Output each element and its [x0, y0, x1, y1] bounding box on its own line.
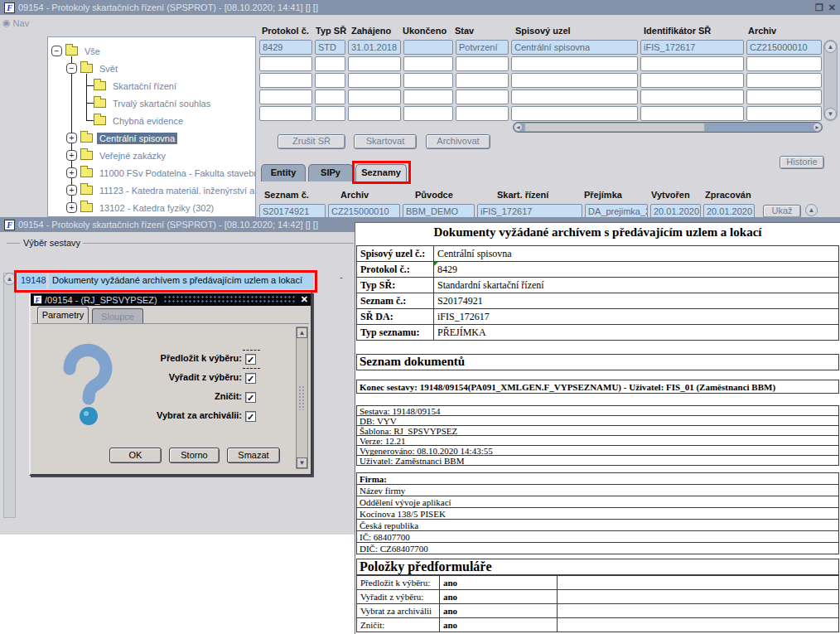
empty-field[interactable] — [315, 90, 345, 104]
empty-field[interactable] — [746, 56, 822, 71]
scroll-up-icon[interactable]: ▲ — [824, 41, 837, 53]
ok-button[interactable]: OK — [109, 448, 162, 463]
close-icon[interactable]: ✕ — [828, 2, 836, 13]
empty-field[interactable] — [746, 73, 822, 88]
identifikator-field[interactable]: iFIS_172617 — [640, 40, 744, 55]
empty-field[interactable] — [456, 73, 509, 88]
tab-sloupce[interactable]: Sloupce — [92, 308, 143, 323]
empty-field[interactable] — [456, 106, 509, 121]
empty-field[interactable] — [348, 73, 401, 88]
expand-icon[interactable]: + — [66, 167, 77, 178]
dialog-vscrollbar[interactable]: ▲ ▼ — [296, 327, 308, 469]
tab-seznamy[interactable]: Seznamy — [355, 164, 407, 181]
ukaz-button[interactable]: Ukaž — [763, 205, 801, 218]
empty-field[interactable] — [348, 56, 401, 71]
folder-icon — [94, 99, 106, 108]
checkbox-row-vyradit: Vyřadit z výběru:✓ — [80, 372, 256, 384]
tree-item-skartacni-rizeni[interactable]: Skartační řízení — [94, 77, 179, 94]
empty-field[interactable] — [746, 90, 822, 104]
storno-button[interactable]: Storno — [169, 448, 220, 463]
empty-field[interactable] — [456, 56, 509, 71]
historie-button[interactable]: Historie — [780, 156, 824, 169]
sestava-name-cell[interactable]: Dokumenty vyžádané archívem s předávajíc… — [49, 273, 313, 289]
scroll-right-icon[interactable]: ► — [813, 123, 822, 132]
empty-field[interactable] — [456, 90, 509, 104]
smazat-button[interactable]: Smazat — [227, 448, 280, 463]
collapse-icon[interactable]: − — [66, 63, 77, 74]
tree-item-centralni-spisovna[interactable]: + Centrální spisovna — [66, 129, 177, 147]
znicit-checkbox[interactable]: ✓ — [245, 392, 256, 403]
empty-field[interactable] — [348, 90, 401, 104]
scroll-left-icon[interactable]: ◄ — [514, 123, 523, 132]
ukonceno-field[interactable] — [403, 40, 453, 55]
empty-field[interactable] — [511, 106, 638, 121]
zrusit-sr-button[interactable]: Zrušit SŘ — [278, 134, 345, 149]
empty-field[interactable] — [403, 56, 453, 71]
skartovat-button[interactable]: Skartovat — [354, 134, 417, 149]
tab-entity[interactable]: Entity — [261, 164, 306, 181]
dialog-close-icon[interactable]: ✕ — [301, 294, 308, 305]
tree-item-vse[interactable]: − Vše — [51, 42, 103, 60]
protokol-field[interactable]: 8429 — [259, 40, 312, 55]
archivalii-checkbox[interactable]: ✓ — [245, 411, 256, 422]
predlozit-checkbox[interactable]: ✓ — [245, 354, 256, 365]
expand-icon[interactable]: + — [66, 185, 77, 196]
vyradit-checkbox[interactable]: ✓ — [245, 373, 256, 384]
empty-field[interactable] — [640, 73, 744, 88]
scroll-up-icon[interactable]: ▲ — [3, 273, 16, 285]
scrollbar-thumb[interactable] — [524, 123, 705, 132]
empty-field[interactable] — [259, 56, 312, 71]
dialog-titlebar: F /09154 - (RJ_SPSVYPSEZ) ✕ — [31, 293, 311, 306]
empty-field[interactable] — [403, 106, 453, 121]
ifis-logo-icon: F — [33, 295, 42, 304]
empty-field[interactable] — [640, 90, 744, 104]
col-spisovy-uzel: Spisový uzel — [515, 26, 571, 36]
archiv-field[interactable]: CZ215000010 — [746, 40, 822, 55]
scroll-down-icon[interactable]: ▼ — [824, 108, 837, 120]
empty-field[interactable] — [259, 73, 312, 88]
folder-icon — [80, 151, 93, 160]
tab-sipy[interactable]: SIPy — [308, 164, 353, 181]
empty-field[interactable] — [348, 106, 401, 121]
tree-item-11000-podatelna[interactable]: + 11000 FSv Podatelna - Fakulta stavebr — [66, 164, 256, 181]
zahajeno-field[interactable]: 31.01.2018 — [348, 40, 401, 55]
collapse-icon[interactable]: − — [51, 46, 62, 56]
empty-field[interactable] — [403, 90, 453, 104]
tree-item-trvaly-souhlas[interactable]: Trvalý skartační souhlas — [94, 94, 213, 112]
empty-field[interactable] — [315, 56, 345, 71]
empty-field[interactable] — [640, 106, 744, 121]
nav-toggle[interactable]: ◉ Nav — [2, 17, 29, 28]
uzel-field[interactable]: Centrální spisovna — [511, 40, 638, 55]
protocol-table-hscrollbar[interactable]: ◄ ► — [513, 122, 823, 133]
tree-item-13102-katedra[interactable]: + 13102 - Katedra fyziky (302) — [66, 199, 216, 216]
empty-field[interactable] — [511, 90, 638, 104]
empty-field[interactable] — [511, 73, 638, 88]
empty-field[interactable] — [511, 56, 638, 71]
empty-field[interactable] — [315, 73, 345, 88]
expand-icon[interactable]: + — [66, 202, 77, 213]
protocol-table-vscrollbar[interactable]: ▲ ▼ — [823, 40, 838, 121]
expand-icon[interactable]: + — [66, 150, 77, 161]
tab-parametry[interactable]: Parametry — [37, 307, 89, 323]
tree-item-11123-katedra[interactable]: + 11123 - Katedra materiál. inženýrství … — [66, 181, 256, 199]
firma-line: DIČ: CZ68407700 — [356, 542, 839, 554]
scroll-up-icon[interactable]: ▲ — [297, 327, 307, 338]
empty-field[interactable] — [259, 90, 312, 104]
list-vscrollbar[interactable] — [3, 273, 16, 518]
expand-icon[interactable]: + — [66, 133, 77, 143]
tree-item-svet[interactable]: − Svět — [66, 60, 120, 77]
tree-item-chybna-evidence[interactable]: Chybná evidence — [94, 112, 186, 129]
restore-icon[interactable]: ❐ — [815, 2, 823, 13]
sestava-id-cell[interactable]: 19148 — [17, 273, 46, 289]
empty-field[interactable] — [259, 106, 312, 121]
empty-field[interactable] — [746, 106, 822, 121]
archivovat-button[interactable]: Archivovat — [426, 134, 490, 149]
empty-field[interactable] — [315, 106, 345, 121]
list-scroll-up-icon[interactable]: ▲ — [805, 204, 818, 216]
stav-field[interactable]: Potvrzení — [456, 40, 509, 55]
empty-field[interactable] — [403, 73, 453, 88]
empty-field[interactable] — [640, 56, 744, 71]
scroll-down-icon[interactable]: ▼ — [297, 457, 307, 468]
tree-item-verejne-zakazky[interactable]: + Veřejné zakázky — [66, 147, 168, 164]
typ-field[interactable]: STD — [315, 40, 345, 55]
